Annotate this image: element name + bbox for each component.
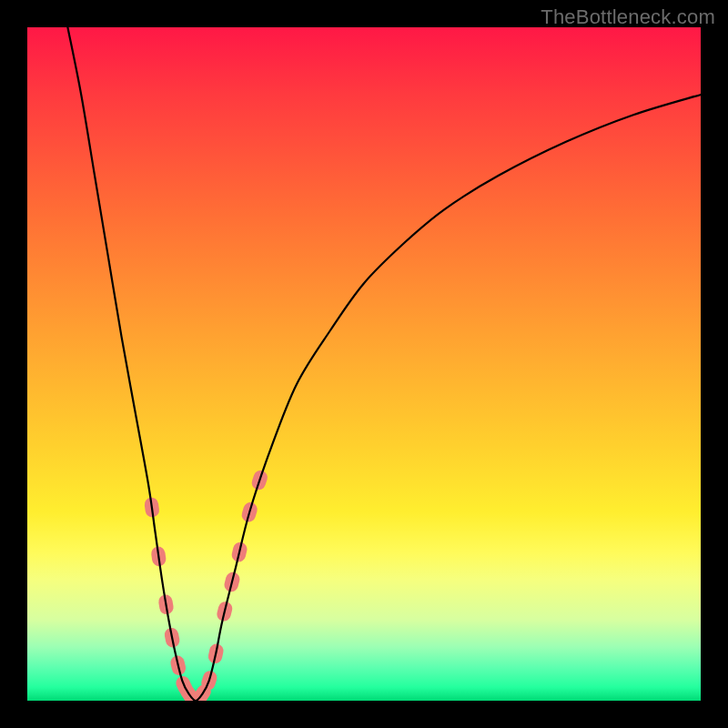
chart-plot-area <box>27 27 701 701</box>
watermark-text: TheBottleneck.com <box>541 5 715 29</box>
stage: TheBottleneck.com <box>0 0 728 728</box>
bottleneck-chart <box>27 27 701 701</box>
